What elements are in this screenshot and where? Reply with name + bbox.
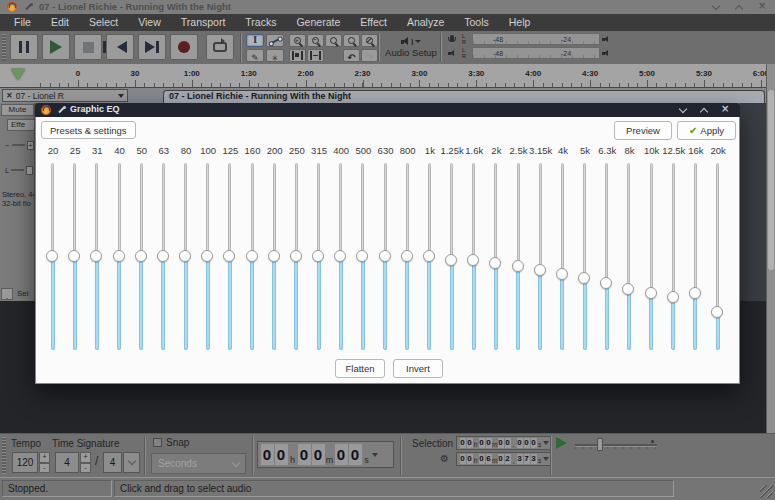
eq-slider-thumb-250[interactable]	[290, 250, 302, 262]
maximize-button[interactable]	[734, 2, 744, 12]
effects-button[interactable]: Effe	[7, 119, 35, 131]
track-menu-icon[interactable]	[118, 94, 124, 98]
ts-decrement-button[interactable]: -	[80, 463, 91, 474]
eq-slider-thumb-6.3k[interactable]	[600, 277, 612, 289]
vertical-scrollbar[interactable]	[766, 64, 775, 433]
eq-slider-thumb-50[interactable]	[135, 250, 147, 262]
eq-slider-thumb-125[interactable]	[223, 250, 235, 262]
gear-icon[interactable]: ⚙	[440, 453, 449, 464]
timeline-ruler[interactable]: 0301:001:302:002:303:003:304:004:305:005…	[0, 64, 775, 88]
eq-slider-thumb-800[interactable]	[401, 250, 413, 262]
gain-slider-thumb[interactable]: +	[27, 141, 34, 150]
ts-increment-button[interactable]: +	[80, 452, 91, 463]
menu-item-help[interactable]: Help	[499, 14, 541, 31]
loop-button[interactable]	[206, 34, 234, 60]
selection-end-field[interactable]: 00h06m02,373s	[456, 452, 552, 466]
trim-audio-button[interactable]	[289, 49, 306, 62]
tempo-spinner[interactable]: +-	[39, 452, 50, 473]
track-tab[interactable]: × 07 - Lionel R	[2, 89, 128, 102]
draw-tool-button[interactable]	[246, 49, 264, 62]
menu-item-view[interactable]: View	[128, 14, 171, 31]
speed-slider-thumb[interactable]	[597, 438, 603, 451]
mute-button[interactable]: Mute	[1, 104, 34, 116]
zoom-to-selection-button[interactable]	[325, 34, 342, 47]
pan-slider-thumb[interactable]	[26, 166, 33, 175]
select-track-button[interactable]: Sel	[17, 289, 29, 298]
eq-slider-thumb-20[interactable]	[46, 250, 58, 262]
eq-slider-thumb-200[interactable]	[268, 250, 280, 262]
envelope-tool-button[interactable]	[266, 34, 284, 47]
eq-slider-thumb-5k[interactable]	[578, 272, 590, 284]
vertical-scrollbar-thumb[interactable]	[768, 90, 774, 270]
time-toolbar-grip[interactable]	[2, 437, 6, 474]
recording-meter-bar[interactable]: -48 -24	[472, 33, 600, 45]
time-signature-lower-field[interactable]: 4	[103, 452, 122, 473]
skip-start-button[interactable]	[106, 34, 134, 60]
playback-meter[interactable]: LR -48 -24	[444, 47, 614, 60]
eq-slider-thumb-4k[interactable]	[556, 268, 568, 280]
menu-item-file[interactable]: File	[4, 14, 41, 31]
dialog-close-button[interactable]: ×	[720, 105, 730, 115]
playback-meter-bar[interactable]: -48 -24	[472, 47, 600, 59]
menu-item-edit[interactable]: Edit	[41, 14, 79, 31]
dialog-maximize-button[interactable]	[699, 105, 709, 115]
zoom-toggle-button[interactable]	[361, 34, 378, 47]
eq-slider-thumb-630[interactable]	[379, 250, 391, 262]
collapse-track-button[interactable]	[1, 288, 13, 300]
menu-item-generate[interactable]: Generate	[286, 14, 350, 31]
eq-slider-thumb-100[interactable]	[201, 250, 213, 262]
preview-button[interactable]: Preview	[614, 121, 672, 140]
audio-setup-button[interactable]: Audio Setup	[382, 33, 440, 62]
pan-slider-groove[interactable]	[11, 169, 24, 171]
eq-slider-thumb-16k[interactable]	[689, 287, 701, 299]
clip-title-bar[interactable]: 07 - Lionel Richie - Running With the Ni…	[163, 90, 765, 103]
pause-button[interactable]	[10, 34, 38, 60]
zoom-in-button[interactable]: +	[289, 34, 306, 47]
snap-unit-dropdown[interactable]: Seconds	[151, 453, 246, 474]
menu-item-select[interactable]: Select	[79, 14, 128, 31]
stop-button[interactable]	[74, 34, 102, 60]
menu-item-tools[interactable]: Tools	[454, 14, 499, 31]
recording-meter[interactable]: LR -48 -24	[444, 33, 614, 46]
eq-slider-thumb-315[interactable]	[312, 250, 324, 262]
eq-slider-thumb-40[interactable]	[113, 250, 125, 262]
apply-button[interactable]: Apply	[677, 121, 736, 140]
flatten-button[interactable]: Flatten	[335, 359, 385, 378]
eq-slider-thumb-80[interactable]	[179, 250, 191, 262]
gain-slider[interactable]: − +	[5, 140, 34, 150]
silence-audio-button[interactable]	[307, 49, 324, 62]
track-close-icon[interactable]: ×	[6, 92, 13, 100]
time-signature-spinner[interactable]: +-	[80, 452, 91, 473]
eq-slider-thumb-400[interactable]	[334, 250, 346, 262]
skip-end-button[interactable]	[138, 34, 166, 60]
gain-slider-groove[interactable]	[12, 144, 25, 146]
eq-slider-thumb-20k[interactable]	[711, 306, 723, 318]
multi-tool-button[interactable]	[266, 49, 284, 62]
eq-slider-thumb-10k[interactable]	[645, 287, 657, 299]
timeline-marker-icon[interactable]	[11, 69, 25, 80]
eq-slider-thumb-1.25k[interactable]	[445, 254, 457, 266]
zoom-to-fit-button[interactable]	[343, 34, 360, 47]
eq-slider-thumb-31[interactable]	[90, 250, 102, 262]
dialog-titlebar[interactable]: Graphic EQ ×	[35, 103, 740, 117]
dialog-minimize-button[interactable]	[678, 105, 688, 115]
undo-button[interactable]	[343, 49, 360, 62]
eq-slider-thumb-25[interactable]	[68, 250, 80, 262]
zoom-out-button[interactable]: −	[307, 34, 324, 47]
eq-slider-thumb-2.5k[interactable]	[512, 260, 524, 272]
snap-checkbox[interactable]	[153, 438, 162, 447]
eq-slider-thumb-8k[interactable]	[622, 283, 634, 295]
chevron-down-icon[interactable]	[543, 441, 549, 445]
menu-item-tracks[interactable]: Tracks	[235, 14, 286, 31]
tempo-field[interactable]: 120	[12, 452, 38, 473]
close-button[interactable]: ×	[757, 2, 767, 12]
tempo-decrement-button[interactable]: -	[39, 463, 50, 474]
play-at-speed-button[interactable]	[556, 437, 567, 449]
eq-slider-thumb-1.6k[interactable]	[467, 254, 479, 266]
menu-item-analyze[interactable]: Analyze	[397, 14, 454, 31]
play-button[interactable]	[42, 34, 70, 60]
window-titlebar[interactable]: 07 - Lionel Richie - Running With the Ni…	[0, 0, 775, 15]
audio-position-display[interactable]: 00h00m00s	[257, 441, 394, 468]
resize-grip[interactable]	[760, 485, 773, 498]
menu-item-transport[interactable]: Transport	[171, 14, 236, 31]
